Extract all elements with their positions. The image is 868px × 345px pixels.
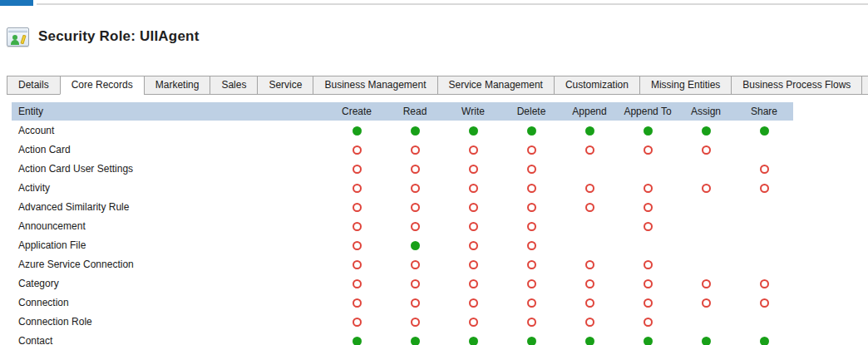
permission-none-icon[interactable] [585,318,594,327]
permission-none-icon[interactable] [760,165,769,174]
permission-none-icon[interactable] [353,260,362,269]
permission-none-icon[interactable] [353,298,362,308]
permission-granted-icon[interactable] [585,126,594,136]
permission-none-icon[interactable] [411,203,420,212]
permission-none-icon[interactable] [469,222,478,231]
permission-cell-append-to [619,259,677,270]
permission-none-icon[interactable] [644,145,653,155]
tab-business-process-flows[interactable]: Business Process Flows [731,76,862,95]
permission-granted-icon[interactable] [469,337,478,345]
permission-none-icon[interactable] [469,241,478,250]
permission-none-icon[interactable] [469,318,478,327]
permission-none-icon[interactable] [585,260,594,269]
permission-granted-icon[interactable] [644,337,653,345]
tab-sales[interactable]: Sales [210,76,258,95]
permission-granted-icon[interactable] [585,337,594,345]
permission-none-icon[interactable] [353,165,362,174]
permission-granted-icon[interactable] [702,337,711,345]
permission-none-icon[interactable] [702,184,711,193]
permission-none-icon[interactable] [353,241,362,250]
permission-cell-write [444,239,502,251]
permission-granted-icon[interactable] [353,337,362,345]
permission-none-icon[interactable] [411,260,420,269]
permission-none-icon[interactable] [353,279,362,288]
permission-none-icon[interactable] [469,279,478,288]
permission-granted-icon[interactable] [411,126,420,136]
permission-none-icon[interactable] [527,260,536,269]
permission-none-icon[interactable] [411,184,420,193]
permission-none-icon[interactable] [527,203,536,212]
permission-none-icon[interactable] [527,318,536,327]
tab-missing-entities[interactable]: Missing Entities [639,76,732,95]
permission-none-icon[interactable] [411,279,420,288]
permission-none-icon[interactable] [585,298,594,308]
permission-none-icon[interactable] [469,298,478,308]
permission-none-icon[interactable] [527,298,536,308]
permission-cell-create [328,163,386,175]
permission-none-icon[interactable] [469,260,478,269]
permission-granted-icon[interactable] [411,241,420,250]
permission-none-icon[interactable] [702,145,711,155]
entity-name: Contact [12,335,328,345]
permission-none-icon[interactable] [644,184,653,193]
tab-service[interactable]: Service [257,76,313,95]
permission-none-icon[interactable] [411,145,420,155]
permission-none-icon[interactable] [702,279,711,288]
table-row-application-file: Application File [12,235,793,254]
tab-business-management[interactable]: Business Management [313,76,437,95]
permission-granted-icon[interactable] [411,337,420,345]
permission-none-icon[interactable] [585,145,594,155]
permission-granted-icon[interactable] [760,337,769,345]
permission-cell-delete [502,220,560,232]
permission-none-icon[interactable] [644,279,653,288]
permission-granted-icon[interactable] [702,126,711,136]
permission-none-icon[interactable] [760,184,769,193]
tab-service-management[interactable]: Service Management [437,76,555,95]
permission-none-icon[interactable] [644,260,653,269]
permission-none-icon[interactable] [527,165,536,174]
permission-none-icon[interactable] [353,184,362,193]
permission-none-icon[interactable] [644,298,653,308]
permission-granted-icon[interactable] [353,126,362,136]
tab-core-records[interactable]: Core Records [60,76,145,95]
permission-none-icon[interactable] [644,222,653,231]
permission-cell-share [735,297,793,308]
permission-none-icon[interactable] [353,318,362,327]
permission-none-icon[interactable] [760,298,769,308]
permission-none-icon[interactable] [527,222,536,231]
permission-none-icon[interactable] [411,222,420,231]
permission-none-icon[interactable] [527,184,536,193]
permission-none-icon[interactable] [527,241,536,250]
permission-none-icon[interactable] [353,222,362,231]
permission-none-icon[interactable] [469,145,478,155]
permission-none-icon[interactable] [353,203,362,212]
permission-none-icon[interactable] [411,318,420,327]
permission-none-icon[interactable] [585,279,594,288]
permission-none-icon[interactable] [411,298,420,308]
permission-none-icon[interactable] [353,145,362,155]
permission-granted-icon[interactable] [527,126,536,136]
permission-none-icon[interactable] [644,318,653,327]
permission-none-icon[interactable] [469,165,478,174]
permission-none-icon[interactable] [469,184,478,193]
permission-none-icon[interactable] [585,184,594,193]
permission-cell-read [386,297,444,308]
permission-granted-icon[interactable] [644,126,653,136]
permission-granted-icon[interactable] [527,337,536,345]
tab-details[interactable]: Details [7,76,61,95]
tab-customization[interactable]: Customization [554,76,640,95]
permission-cell-share [735,125,793,136]
permission-granted-icon[interactable] [469,126,478,136]
permission-none-icon[interactable] [644,203,653,212]
permission-none-icon[interactable] [527,145,536,155]
permission-none-icon[interactable] [527,279,536,288]
permission-none-icon[interactable] [760,279,769,288]
tab-marketing[interactable]: Marketing [144,76,211,95]
permission-none-icon[interactable] [585,203,594,212]
permission-none-icon[interactable] [411,165,420,174]
permission-none-icon[interactable] [702,298,711,308]
permission-none-icon[interactable] [469,203,478,212]
permission-cell-append-to [619,335,677,345]
permission-granted-icon[interactable] [760,126,769,136]
tab-custom-entities[interactable]: Custom Entities [861,76,868,95]
